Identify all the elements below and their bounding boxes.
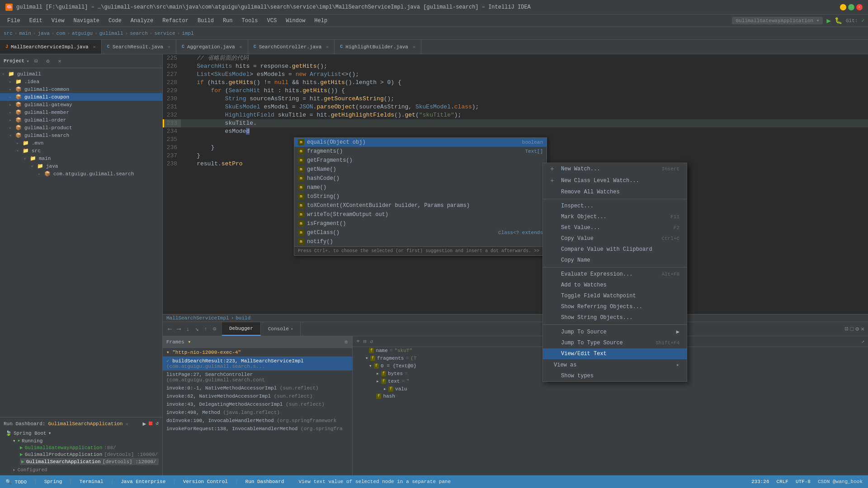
line-ending[interactable]: CRLF — [777, 479, 788, 484]
tree-gulimall-coupon[interactable]: ▸ 📦 gulimall-coupon — [0, 93, 162, 101]
spring-boot-node[interactable]: 🍃 Spring Boot ▾ — [5, 430, 159, 436]
run-to-cursor-button[interactable]: ⊙ — [211, 324, 218, 334]
tree-package[interactable]: ▸ 📦 com.atguigu.gulimall.search — [0, 170, 162, 178]
close-panel-button[interactable]: ✕ — [861, 325, 864, 333]
breadcrumb-search[interactable]: search — [130, 31, 148, 36]
maximize-button[interactable]: □ — [848, 4, 854, 10]
spring-label[interactable]: Spring — [44, 479, 62, 484]
debug-button[interactable]: 🐛 — [835, 17, 842, 24]
tab-close-icon[interactable]: ✕ — [413, 44, 415, 50]
tab-aggregation[interactable]: C Aggregation.java ✕ — [176, 40, 248, 54]
ctx-new-class-watch[interactable]: + New Class Level Watch... — [543, 175, 687, 187]
menu-tools[interactable]: Tools — [238, 16, 262, 26]
autocomplete-dropdown[interactable]: m equals(Object obj) boolean m fragments… — [294, 137, 547, 256]
var-valu[interactable]: ▸ f valu — [353, 385, 868, 393]
maximize-panel-button[interactable]: □ — [850, 326, 854, 333]
jump-source-button[interactable]: ↗ — [859, 338, 866, 345]
project-dropdown-icon[interactable]: ▾ — [26, 58, 29, 64]
ac-item-equals[interactable]: m equals(Object obj) boolean — [294, 138, 547, 147]
java-enterprise-label[interactable]: Java Enterprise — [121, 479, 165, 484]
menu-navigate[interactable]: Navigate — [70, 16, 103, 26]
menu-vcs[interactable]: VCS — [264, 16, 281, 26]
ctx-evaluate-expression[interactable]: Evaluate Expression... Alt+F8 — [543, 269, 687, 280]
tab-searchresult[interactable]: C SearchResult.java ✕ — [102, 40, 176, 54]
tab-mallsearchserviceimpl[interactable]: J MallSearchServiceImpl.java ✕ — [0, 40, 102, 54]
frame-list-page[interactable]: listPage:27, SearchController (com.atgui… — [163, 371, 352, 384]
breadcrumb-atguigu[interactable]: atguigu — [72, 31, 93, 36]
settings-panel-button[interactable]: ⚙ — [855, 325, 859, 333]
breadcrumb-main[interactable]: main — [19, 31, 31, 36]
ctx-view-edit-text[interactable]: View/Edit Text — [543, 348, 687, 359]
ctx-mark-object[interactable]: Mark Object... F11 — [543, 211, 687, 222]
step-into-button[interactable]: ↘ — [193, 324, 200, 334]
ac-item-tostring[interactable]: m toString() — [294, 192, 547, 201]
tree-mvn[interactable]: ▸ 📁 .mvn — [0, 139, 162, 147]
terminal-label[interactable]: Terminal — [80, 479, 104, 484]
tree-gulimall-gateway[interactable]: ▸ 📦 gulimall-gateway — [0, 101, 162, 108]
expand-frames-button[interactable]: ⊞ — [344, 338, 349, 346]
next-frame-button[interactable]: ⟶ — [175, 324, 183, 334]
ctx-show-types[interactable]: Show types — [543, 371, 687, 381]
search-app-row[interactable]: ▶ GulimallSearchApplication [devtools] :… — [20, 458, 159, 465]
ctx-new-watch[interactable]: + New Watch... Insert — [543, 163, 687, 175]
tree-gulimall-product[interactable]: ▸ 📦 gulimall-product — [0, 124, 162, 131]
ac-item-hashcode[interactable]: m hashCode() — [294, 174, 547, 183]
menu-build[interactable]: Build — [194, 16, 217, 26]
menu-analyze[interactable]: Analyze — [127, 16, 157, 26]
menu-run[interactable]: Run — [219, 16, 236, 26]
run-button[interactable]: ▶ — [143, 420, 146, 427]
ctx-jump-to-type-source[interactable]: Jump To Type Source Shift+F4 — [543, 338, 687, 348]
run-button[interactable]: ▶ — [826, 16, 831, 25]
prev-frame-button[interactable]: ⟵ — [166, 324, 174, 334]
tab-close-icon[interactable]: ✕ — [93, 44, 96, 50]
ac-item-notify[interactable]: m notify() — [294, 237, 547, 246]
restore-layout-button[interactable]: ↺ — [368, 338, 375, 345]
ctx-remove-all-watches[interactable]: Remove All Watches — [543, 187, 687, 197]
stop-button[interactable]: ⏹ — [148, 420, 154, 427]
frame-build-search[interactable]: ✓ buildSearchResult:223, MallSearchServi… — [163, 357, 352, 371]
frame-doinvoke[interactable]: doInvoke:190, InvocableHandlerMethod (or… — [163, 417, 352, 425]
ctx-show-referring[interactable]: Show Referring Objects... — [543, 301, 687, 312]
tree-idea[interactable]: ▸ 📁 .idea — [0, 78, 162, 85]
gateway-app-row[interactable]: ▶ GulimallGatewayApplication :88/ — [20, 445, 159, 450]
ctx-view-as[interactable]: View as ▸ — [543, 359, 687, 371]
tab-console[interactable]: Console ▾ — [261, 322, 301, 336]
ctx-set-value[interactable]: Set Value... F2 — [543, 222, 687, 233]
tab-close-icon[interactable]: ✕ — [168, 44, 170, 50]
git-check[interactable]: ✓ — [861, 18, 864, 23]
tab-close-icon[interactable]: ✕ — [326, 44, 329, 50]
ctx-compare-value[interactable]: Compare Value with Clipboard — [543, 244, 687, 255]
ac-item-fragments[interactable]: m fragments() Text[] — [294, 147, 547, 156]
breadcrumb-java[interactable]: java — [38, 31, 49, 36]
ctx-toggle-watchpoint[interactable]: Toggle Field Watchpoint — [543, 291, 687, 301]
frame-invoke-43[interactable]: invoke:43, DelegatingMethodAccessorImpl … — [163, 400, 352, 408]
ac-item-writeto[interactable]: m writeTo(StreamOutput out) — [294, 210, 547, 219]
frame-thread[interactable]: ▾ "http-nio-12000-exec-4" — [163, 348, 352, 357]
configured-section[interactable]: ▸ Configured — [13, 467, 159, 473]
collapse-all-button[interactable]: ⊟ — [31, 56, 41, 66]
tree-root[interactable]: ▾ 📁 gulimall — [0, 70, 162, 78]
frame-invoke-62[interactable]: invoke:62, NativeMethodAccessorImpl (sun… — [163, 392, 352, 400]
window-controls[interactable]: — □ ✕ — [840, 4, 863, 10]
ctx-copy-name[interactable]: Copy Name — [543, 255, 687, 266]
ed-bc-file[interactable]: MallSearchServiceImpl — [166, 315, 229, 321]
menu-help[interactable]: Help — [311, 16, 331, 26]
menu-file[interactable]: File — [4, 16, 24, 26]
ac-item-getfragments[interactable]: m getFragments() — [294, 156, 547, 165]
cursor-position[interactable]: 233:26 — [751, 479, 769, 484]
breadcrumb-service[interactable]: service — [154, 31, 175, 36]
ctx-add-to-watches[interactable]: Add to Watches — [543, 280, 687, 291]
todo-label[interactable]: 🔍 TODO — [5, 479, 27, 485]
breadcrumb-com[interactable]: com — [56, 31, 65, 36]
tab-close-icon[interactable]: ✕ — [240, 44, 242, 50]
run-dashboard-close[interactable]: ✕ — [125, 421, 128, 427]
run-config-selector[interactable]: GulimallGatewayApplication ▾ — [732, 17, 823, 24]
thread-dropdown[interactable]: ▾ — [188, 339, 191, 345]
close-button[interactable]: ✕ — [856, 4, 863, 10]
ac-item-getname[interactable]: m getName() — [294, 165, 547, 174]
run-dashboard-status-label[interactable]: Run Dashboard — [245, 479, 284, 484]
add-watch-button[interactable]: + — [354, 337, 362, 346]
frame-invoke-0[interactable]: invoke:0:-1, NativeMethodAccessorImpl (s… — [163, 384, 352, 392]
menu-edit[interactable]: Edit — [26, 16, 46, 26]
product-app-row[interactable]: ▶ GulimallProductApplication [devtools] … — [20, 451, 159, 457]
